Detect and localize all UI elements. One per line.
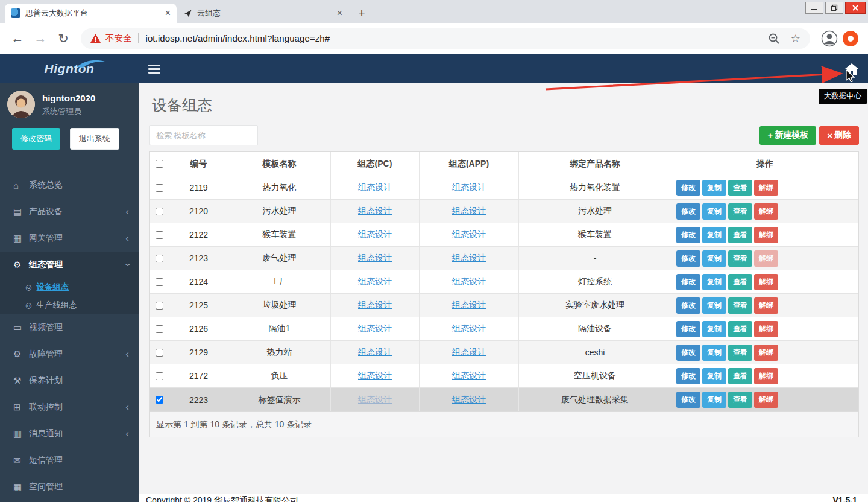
edit-button[interactable]: 修改 (676, 321, 700, 337)
sidebar-item[interactable]: ▥消息通知‹ (0, 421, 139, 447)
pc-design-link[interactable]: 组态设计 (358, 300, 392, 311)
pc-design-link[interactable]: 组态设计 (358, 323, 392, 334)
unbind-button[interactable]: 解绑 (754, 180, 778, 196)
bookmark-star-icon[interactable]: ☆ (791, 32, 800, 45)
copy-button[interactable]: 复制 (702, 345, 726, 361)
unbind-button[interactable]: 解绑 (754, 250, 778, 267)
row-checkbox[interactable] (156, 302, 163, 310)
row-checkbox[interactable] (156, 349, 163, 357)
app-design-link[interactable]: 组态设计 (452, 323, 486, 334)
sidebar-item[interactable]: ⚙组态管理‹ (0, 252, 139, 278)
row-checkbox[interactable] (156, 208, 163, 215)
restore-button[interactable] (825, 2, 843, 14)
edit-button[interactable]: 修改 (676, 227, 700, 243)
browser-profile-icon[interactable] (821, 30, 838, 47)
sidebar-subitem[interactable]: ◎生产线组态 (0, 296, 139, 314)
unbind-button[interactable]: 解绑 (754, 297, 778, 314)
edit-button[interactable]: 修改 (676, 368, 700, 384)
unbind-button[interactable]: 解绑 (754, 392, 778, 408)
row-checkbox[interactable] (156, 325, 163, 333)
unbind-button[interactable]: 解绑 (754, 345, 778, 361)
sidebar-item[interactable]: ⌂系统总览 (0, 172, 139, 199)
copy-button[interactable]: 复制 (702, 203, 726, 220)
app-design-link[interactable]: 组态设计 (452, 229, 486, 240)
app-design-link[interactable]: 组态设计 (452, 347, 486, 358)
edit-button[interactable]: 修改 (676, 274, 700, 290)
view-button[interactable]: 查看 (728, 274, 752, 290)
pc-design-link[interactable]: 组态设计 (358, 370, 392, 381)
copy-button[interactable]: 复制 (702, 321, 726, 337)
sidebar-item[interactable]: ▦空间管理 (0, 474, 139, 500)
unbind-button[interactable]: 解绑 (754, 274, 778, 290)
address-bar[interactable]: 不安全 iot.idosp.net/admin/index.html?langu… (81, 28, 810, 49)
edit-button[interactable]: 修改 (676, 203, 700, 220)
unbind-button[interactable]: 解绑 (754, 203, 778, 220)
tab-close-icon[interactable]: × (165, 8, 171, 18)
new-tab-button[interactable]: + (353, 5, 370, 22)
search-input[interactable] (149, 125, 258, 145)
view-button[interactable]: 查看 (728, 203, 752, 220)
unbind-button[interactable]: 解绑 (754, 368, 778, 384)
tab-platform[interactable]: 思普云大数据平台 × (5, 4, 177, 23)
app-design-link[interactable]: 组态设计 (452, 276, 486, 287)
view-button[interactable]: 查看 (728, 345, 752, 361)
edit-button[interactable]: 修改 (676, 180, 700, 196)
pc-design-link[interactable]: 组态设计 (358, 276, 392, 287)
pc-design-link[interactable]: 组态设计 (358, 395, 392, 405)
tab-cloud-config[interactable]: 云组态 × (177, 4, 348, 23)
pc-design-link[interactable]: 组态设计 (358, 206, 392, 217)
sidebar-item[interactable]: ✉短信管理 (0, 447, 139, 474)
select-all-checkbox[interactable] (156, 160, 163, 168)
copy-button[interactable]: 复制 (702, 180, 726, 196)
copy-button[interactable]: 复制 (702, 274, 726, 290)
minimize-button[interactable] (805, 2, 823, 14)
menu-toggle-icon[interactable] (148, 65, 160, 74)
edit-button[interactable]: 修改 (676, 250, 700, 267)
row-checkbox[interactable] (156, 396, 163, 404)
unbind-button[interactable]: 解绑 (754, 227, 778, 243)
view-button[interactable]: 查看 (728, 250, 752, 267)
copy-button[interactable]: 复制 (702, 227, 726, 243)
view-button[interactable]: 查看 (728, 321, 752, 337)
app-design-link[interactable]: 组态设计 (452, 253, 486, 264)
browser-extension-icon[interactable] (843, 31, 858, 46)
copy-button[interactable]: 复制 (702, 392, 726, 408)
view-button[interactable]: 查看 (728, 180, 752, 196)
logout-button[interactable]: 退出系统 (70, 128, 119, 150)
copy-button[interactable]: 复制 (702, 250, 726, 267)
home-icon[interactable] (841, 59, 862, 79)
edit-button[interactable]: 修改 (676, 392, 700, 408)
back-icon[interactable]: ← (7, 28, 28, 49)
view-button[interactable]: 查看 (728, 297, 752, 314)
pc-design-link[interactable]: 组态设计 (358, 347, 392, 358)
app-design-link[interactable]: 组态设计 (452, 370, 486, 381)
tab-close-icon[interactable]: × (337, 8, 342, 18)
app-design-link[interactable]: 组态设计 (452, 395, 486, 405)
row-checkbox[interactable] (156, 278, 163, 286)
change-password-button[interactable]: 修改密码 (12, 128, 60, 150)
pc-design-link[interactable]: 组态设计 (358, 253, 392, 264)
sidebar-item[interactable]: ▦网关管理‹ (0, 225, 139, 252)
forward-icon[interactable]: → (30, 28, 51, 49)
row-checkbox[interactable] (156, 372, 163, 380)
sidebar-item[interactable]: ▭视频管理 (0, 314, 139, 341)
new-template-button[interactable]: + 新建模板 (760, 126, 816, 145)
sidebar-item[interactable]: ⊞联动控制‹ (0, 394, 139, 421)
row-checkbox[interactable] (156, 231, 163, 239)
delete-button[interactable]: × 删除 (819, 126, 859, 145)
reload-icon[interactable]: ↻ (53, 28, 74, 49)
edit-button[interactable]: 修改 (676, 297, 700, 314)
zoom-icon[interactable] (768, 33, 780, 45)
copy-button[interactable]: 复制 (702, 297, 726, 314)
view-button[interactable]: 查看 (728, 227, 752, 243)
view-button[interactable]: 查看 (728, 368, 752, 384)
row-checkbox[interactable] (156, 255, 163, 262)
app-design-link[interactable]: 组态设计 (452, 300, 486, 311)
app-design-link[interactable]: 组态设计 (452, 206, 486, 217)
sidebar-item[interactable]: ⚙故障管理‹ (0, 341, 139, 367)
row-checkbox[interactable] (156, 184, 163, 192)
pc-design-link[interactable]: 组态设计 (358, 182, 392, 193)
sidebar-item[interactable]: ⚒保养计划 (0, 367, 139, 394)
copy-button[interactable]: 复制 (702, 368, 726, 384)
sidebar-subitem[interactable]: ◎设备组态 (0, 278, 139, 296)
